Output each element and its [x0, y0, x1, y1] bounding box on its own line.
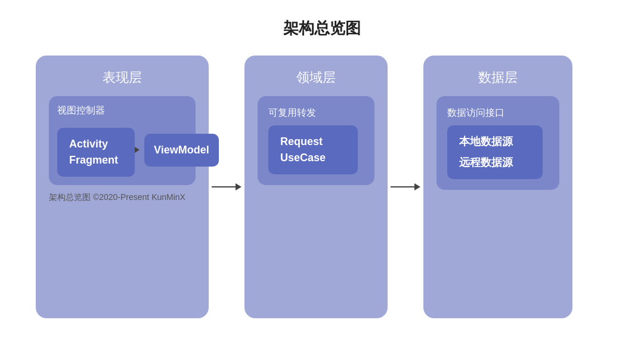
- copyright-text: 架构总览图 ©2020-Present KunMinX: [49, 192, 185, 203]
- domain-layer: 领域层 可复用转发 Request UseCase: [244, 56, 388, 318]
- presentation-inner-box: 视图控制器 Activity Fragment ViewModel: [49, 96, 196, 185]
- local-data-label: 本地数据源: [459, 134, 513, 150]
- request-usecase-box: Request UseCase: [268, 125, 358, 174]
- data-access-label: 数据访问接口: [447, 107, 504, 119]
- inner-arrow-head-1: [135, 147, 140, 153]
- arrow-head-1: [236, 183, 242, 190]
- arrow-presentation-domain: [209, 183, 244, 190]
- data-layer-title: 数据层: [478, 69, 518, 87]
- page-title: 架构总览图: [283, 18, 361, 39]
- viewmodel-label: ViewModel: [154, 142, 209, 158]
- arrow-domain-data: [388, 183, 423, 190]
- fragment-label: Fragment: [69, 152, 118, 168]
- arrow-shaft-2: [391, 186, 414, 187]
- arrow-head-2: [414, 183, 420, 190]
- usecase-label: UseCase: [280, 150, 326, 166]
- arrow-shaft-1: [212, 186, 236, 187]
- architecture-diagram: 表现层 视图控制器 Activity Fragment ViewModel: [36, 56, 608, 318]
- presentation-body: Activity Fragment ViewModel: [57, 123, 187, 177]
- arrow-line-2: [391, 183, 420, 190]
- activity-fragment-container: Activity Fragment: [57, 123, 135, 177]
- activity-label: Activity: [69, 136, 108, 152]
- presentation-layer: 表现层 视图控制器 Activity Fragment ViewModel: [36, 56, 209, 318]
- inner-arrow-1: [135, 147, 140, 153]
- data-layer: 数据层 数据访问接口 本地数据源 远程数据源: [423, 56, 572, 318]
- viewmodel-box: ViewModel: [144, 134, 219, 167]
- local-remote-box: 本地数据源 远程数据源: [447, 125, 543, 179]
- domain-inner-box: 可复用转发 Request UseCase: [258, 96, 374, 185]
- arrow-line-1: [212, 183, 242, 190]
- viewmodel-container: ViewModel: [144, 134, 219, 167]
- reusable-label: 可复用转发: [268, 107, 316, 119]
- activity-fragment-box: Activity Fragment: [57, 128, 135, 177]
- view-controller-label: 视图控制器: [57, 104, 187, 117]
- remote-data-label: 远程数据源: [459, 155, 513, 171]
- request-label: Request: [280, 134, 323, 150]
- data-inner-box: 数据访问接口 本地数据源 远程数据源: [436, 96, 559, 190]
- presentation-layer-title: 表现层: [103, 69, 142, 87]
- domain-layer-title: 领域层: [296, 69, 336, 87]
